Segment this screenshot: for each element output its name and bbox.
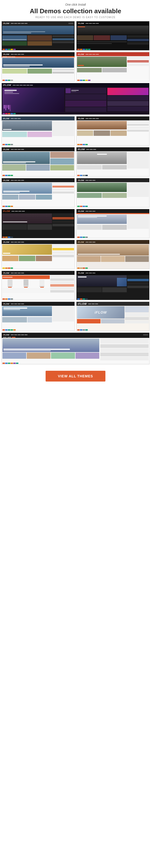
demo-row-6: iFLOW	[1, 178, 150, 208]
demos-grid: iFLOW	[0, 21, 151, 366]
demo-item-4[interactable]: iFLOW	[76, 52, 150, 82]
cta-section: View all Themes	[0, 366, 151, 389]
demo-item-12[interactable]: iFLOW	[1, 209, 75, 238]
demo-item-18[interactable]: iFLOW	[1, 302, 75, 331]
demo-item-14[interactable]: iFLOW	[1, 240, 75, 269]
demo-row-5: iFLOW	[1, 147, 150, 177]
page-header: One click Install All Demos collection a…	[0, 0, 151, 21]
demo-item-10[interactable]: iFLOW	[1, 178, 75, 208]
demo-item-2[interactable]: iFLOW	[76, 21, 150, 51]
demo-item-9[interactable]: iFLOW	[76, 147, 150, 177]
demo-row-11: iFLOW	[1, 333, 150, 364]
demo-row-9: iFLOW	[1, 271, 150, 300]
demo-item-8[interactable]: iFLOW	[1, 147, 75, 177]
demo-row-4: iFLOW	[1, 116, 150, 146]
demo-item-5[interactable]: iFLOW	[1, 83, 150, 115]
demo-row-8: iFLOW	[1, 240, 150, 269]
demo-item-6[interactable]: iFLOW	[1, 116, 75, 146]
demo-row-3: iFLOW	[1, 83, 150, 115]
demo-row-2: iFLOW	[1, 52, 150, 82]
demo-item-15[interactable]: iFLOW	[76, 240, 150, 269]
demo-row-10: iFLOW	[1, 302, 150, 331]
demo-item-19[interactable]: iFLOW iFLOW	[76, 302, 150, 331]
header-eyebrow: One click Install	[2, 3, 149, 6]
demo-item-3[interactable]: iFLOW	[1, 52, 75, 82]
demo-row-1: iFLOW	[1, 21, 150, 51]
header-description: READY TO USE AND EACH DEMO IS EASY TO CU…	[2, 16, 149, 19]
demo-item-11[interactable]: iFLOW	[76, 178, 150, 208]
demo-item-1[interactable]: iFLOW	[1, 21, 75, 51]
demo-item-13[interactable]: iFLOW	[76, 209, 150, 238]
demo-item-17[interactable]: iFLOW	[76, 271, 150, 300]
demo-row-7: iFLOW	[1, 209, 150, 238]
demo-item-7[interactable]: iFLOW	[76, 116, 150, 146]
demo-item-20[interactable]: iFLOW	[1, 333, 150, 364]
header-title: All Demos collection available	[2, 7, 149, 15]
view-all-button[interactable]: View all Themes	[46, 371, 105, 381]
demo-item-16[interactable]: iFLOW	[1, 271, 75, 300]
